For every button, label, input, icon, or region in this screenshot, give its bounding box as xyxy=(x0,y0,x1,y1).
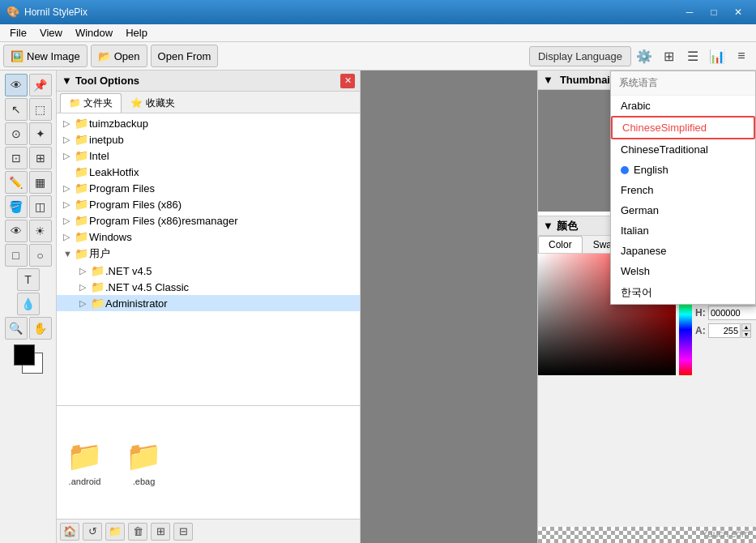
open-from-label: Open From xyxy=(158,50,211,62)
lang-label: ChineseSimplified xyxy=(622,122,707,134)
tree-item[interactable]: ▷ 📁 Program Files xyxy=(57,180,360,196)
minimize-button[interactable]: ─ xyxy=(678,4,701,20)
crop-tool[interactable]: ⊡ xyxy=(5,147,28,169)
color-expand[interactable]: ▼ xyxy=(543,220,553,232)
chart-icon-button[interactable]: 📊 xyxy=(706,45,728,67)
a-down[interactable]: ▼ xyxy=(741,331,751,338)
tree-item[interactable]: ▼ 📁 用户 xyxy=(57,245,360,263)
delete-btn[interactable]: 🗑 xyxy=(128,523,147,541)
foreground-color[interactable] xyxy=(14,344,35,366)
file-item-ebag[interactable]: 📁 .ebag xyxy=(122,436,165,490)
lang-item-english[interactable]: English xyxy=(611,160,755,180)
gradient-tool[interactable]: ◫ xyxy=(29,195,52,218)
tree-item-administrator[interactable]: ▷ 📁 Administrator xyxy=(57,295,360,311)
view-toggle-btn[interactable]: ⊞ xyxy=(151,523,170,541)
menu-icon-button[interactable]: ≡ xyxy=(730,45,753,67)
dropper-tool[interactable]: 💧 xyxy=(17,293,40,315)
tree-item[interactable]: ▷ 📁 Windows xyxy=(57,229,360,245)
thumbnail-expand[interactable]: ▼ xyxy=(543,74,553,86)
tree-item[interactable]: ▷ 📁 .NET v4.5 Classic xyxy=(57,279,360,295)
tool-row-4: ⊡ ⊞ xyxy=(5,147,52,169)
tree-item[interactable]: ▷ 📁 Program Files (x86)resmanager xyxy=(57,212,360,229)
tab-folders[interactable]: 📁 文件夹 xyxy=(60,93,122,113)
menu-view[interactable]: View xyxy=(33,25,69,41)
home-btn[interactable]: 🏠 xyxy=(60,523,79,541)
display-language-button[interactable]: Display Language xyxy=(529,46,631,66)
tool-options-close[interactable]: ✕ xyxy=(340,74,355,88)
brush-tool[interactable]: ✏️ xyxy=(5,171,28,194)
tool-options-expand[interactable]: ▼ xyxy=(62,75,72,87)
marquee-tool[interactable]: ⬚ xyxy=(29,98,52,121)
tool-row-3: ⊙ ✦ xyxy=(5,122,52,145)
a-up[interactable]: ▲ xyxy=(741,323,751,331)
transform-tool[interactable]: ⊞ xyxy=(29,147,52,169)
lang-item-chinese-simplified[interactable]: ChineseSimplified xyxy=(611,116,755,139)
view-tool[interactable]: 👁 xyxy=(5,220,28,242)
lang-item-japanese[interactable]: Japanese xyxy=(611,241,755,261)
folder-icon: 📁 xyxy=(75,149,89,162)
list-icon-button[interactable]: ☰ xyxy=(681,45,704,67)
pin-tool[interactable]: 📌 xyxy=(29,74,52,96)
hand-tool[interactable]: ✋ xyxy=(29,317,52,340)
tree-label: Program Files (x86)resmanager xyxy=(89,215,238,227)
lang-item-chinese-traditional[interactable]: ChineseTraditional xyxy=(611,139,755,160)
language-dropdown: 系统语言 Arabic ChineseSimplified ChineseTra… xyxy=(610,71,756,305)
a-input[interactable] xyxy=(708,323,741,338)
open-from-button[interactable]: Open From xyxy=(151,45,219,67)
text-tool[interactable]: T xyxy=(17,268,40,291)
sun-tool[interactable]: ☀ xyxy=(29,220,52,242)
color-panel-title: 颜色 xyxy=(557,219,578,233)
app-icon: 🎨 xyxy=(6,6,19,19)
magic-wand-tool[interactable]: ✦ xyxy=(29,122,52,145)
tree-item[interactable]: ▷ 📁 inetpub xyxy=(57,131,360,148)
new-image-icon: 🖼️ xyxy=(11,50,23,62)
lasso-tool[interactable]: ⊙ xyxy=(5,122,28,145)
maximize-button[interactable]: □ xyxy=(703,4,725,20)
tree-arrow: ▷ xyxy=(63,135,75,145)
refresh-btn[interactable]: ↺ xyxy=(83,523,102,541)
tab-color[interactable]: Color xyxy=(538,236,583,253)
tab-favorites[interactable]: ⭐ 收藏夹 xyxy=(122,93,183,113)
pattern-tool[interactable]: ▦ xyxy=(29,171,52,194)
settings-icon-button[interactable]: ⚙️ xyxy=(633,45,656,67)
zoom-tool[interactable]: 🔍 xyxy=(5,317,28,340)
tree-item[interactable]: ▷ 📁 tuimzbackup xyxy=(57,115,360,131)
tree-item[interactable]: ▷ 📁 Intel xyxy=(57,148,360,164)
lang-item-italian[interactable]: Italian xyxy=(611,220,755,241)
open-button[interactable]: 📂 Open xyxy=(91,45,147,67)
display-language-label: Display Language xyxy=(538,50,622,62)
file-label: .android xyxy=(69,477,101,486)
eye-tool[interactable]: 👁 xyxy=(5,74,28,96)
tree-label: 用户 xyxy=(89,246,110,261)
lang-item-arabic[interactable]: Arabic xyxy=(611,96,755,116)
paint-bucket-tool[interactable]: 🪣 xyxy=(5,195,28,218)
tool-row-5: ✏️ ▦ xyxy=(5,171,52,194)
tree-item[interactable]: ▷ 📁 .NET v4.5 xyxy=(57,263,360,279)
folder-icon: 📁 xyxy=(75,182,89,195)
menu-window[interactable]: Window xyxy=(69,25,119,41)
new-image-button[interactable]: 🖼️ New Image xyxy=(3,45,88,67)
lang-item-welsh[interactable]: Welsh xyxy=(611,261,755,281)
arrow-tool[interactable]: ↖ xyxy=(5,98,28,121)
tree-item[interactable]: 📁 LeakHotfix xyxy=(57,164,360,180)
grid-btn[interactable]: ⊟ xyxy=(173,523,193,541)
close-button[interactable]: ✕ xyxy=(727,4,750,20)
tool-row-2: ↖ ⬚ xyxy=(5,98,52,121)
grid-icon-button[interactable]: ⊞ xyxy=(657,45,680,67)
menu-help[interactable]: Help xyxy=(119,25,154,41)
lang-item-german[interactable]: German xyxy=(611,200,755,220)
tree-item[interactable]: ▷ 📁 Program Files (x86) xyxy=(57,196,360,212)
file-grid: 📁 .android 📁 .ebag xyxy=(57,405,360,519)
lang-item-korean[interactable]: 한국어 xyxy=(611,281,755,304)
ellipse-tool[interactable]: ○ xyxy=(29,244,52,267)
hex-input[interactable] xyxy=(708,306,756,320)
right-panel: ▼ Thumbnail ▼ 颜色 Color Swatches R: xyxy=(537,71,756,543)
lang-item-french[interactable]: French xyxy=(611,180,755,200)
file-item-android[interactable]: 📁 .android xyxy=(63,436,106,490)
menu-file[interactable]: File xyxy=(3,25,33,41)
color-box[interactable] xyxy=(14,344,43,374)
file-tree[interactable]: ▷ 📁 tuimzbackup ▷ 📁 inetpub ▷ 📁 Intel 📁 … xyxy=(57,113,360,405)
rect-tool[interactable]: □ xyxy=(5,244,28,267)
a-label: A: xyxy=(695,325,708,336)
new-folder-btn[interactable]: 📁 xyxy=(105,523,125,541)
